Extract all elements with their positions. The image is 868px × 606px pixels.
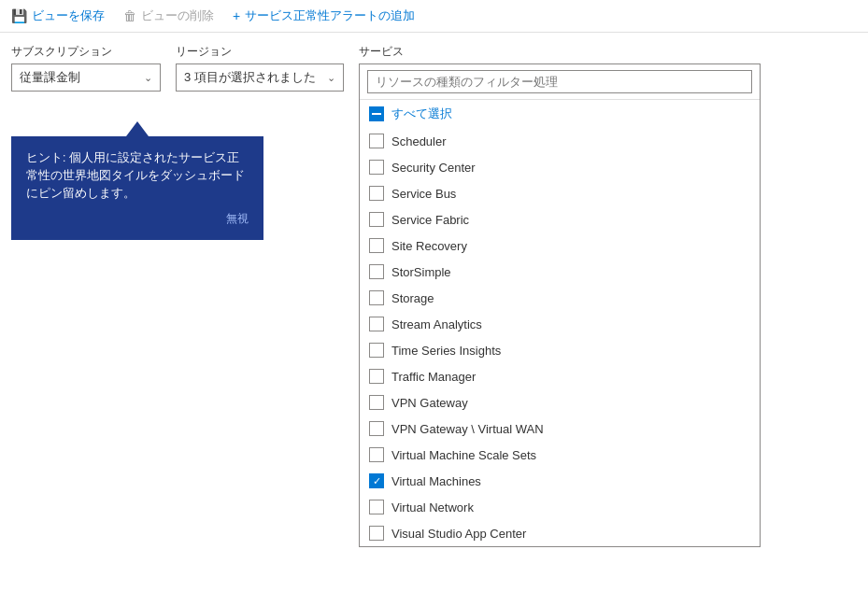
item-checkbox[interactable] — [369, 212, 384, 227]
select-all-item[interactable]: すべて選択 — [360, 100, 760, 128]
item-checkbox[interactable] — [369, 473, 384, 488]
region-label: リージョン — [176, 44, 344, 60]
chevron-down-icon: ⌄ — [144, 72, 152, 84]
list-item[interactable]: Scheduler — [360, 128, 760, 154]
service-dropdown-panel: すべて選択 SchedulerSecurity CenterService Bu… — [359, 63, 761, 547]
list-item[interactable]: Stream Analytics — [360, 311, 760, 337]
list-item[interactable]: VPN Gateway — [360, 389, 760, 416]
item-checkbox[interactable] — [369, 343, 384, 358]
item-label: Virtual Network — [391, 500, 474, 514]
item-checkbox[interactable] — [369, 395, 384, 410]
item-checkbox[interactable] — [369, 134, 384, 148]
chevron-down-icon: ⌄ — [327, 72, 335, 84]
item-label: VPN Gateway \ Virtual WAN — [391, 422, 544, 436]
item-checkbox[interactable] — [369, 186, 384, 201]
item-label: Scheduler — [391, 134, 447, 148]
add-alert-button[interactable]: + サービス正常性アラートの追加 — [233, 7, 415, 24]
subscription-filter: サブスクリプション 従量課金制 ⌄ — [11, 44, 161, 92]
filters-row: サブスクリプション 従量課金制 ⌄ リージョン 3 項目が選択されました ⌄ サ… — [0, 33, 868, 99]
item-checkbox[interactable] — [369, 447, 384, 462]
subscription-select[interactable]: 従量課金制 ⌄ — [11, 63, 161, 92]
list-item[interactable]: Virtual Machines — [360, 468, 760, 494]
item-label: Storage — [391, 291, 434, 305]
item-label: Service Bus — [391, 187, 456, 201]
item-label: Site Recovery — [391, 239, 467, 253]
delete-icon: 🗑 — [123, 8, 136, 23]
item-label: Traffic Manager — [391, 370, 476, 384]
list-item[interactable]: Time Series Insights — [360, 337, 760, 363]
list-item[interactable]: Traffic Manager — [360, 363, 760, 389]
service-filter: サービス Virtual Machines ⌃ すべて選択 Schedu — [359, 44, 761, 92]
list-item[interactable]: StorSimple — [360, 259, 760, 285]
list-item[interactable]: Virtual Machine Scale Sets — [360, 442, 760, 468]
save-icon: 💾 — [11, 8, 27, 23]
toolbar: 💾 ビューを保存 🗑 ビューの削除 + サービス正常性アラートの追加 — [0, 0, 868, 33]
item-label: Service Fabric — [391, 213, 469, 227]
item-label: Stream Analytics — [391, 317, 482, 331]
list-item[interactable]: Service Fabric — [360, 206, 760, 233]
item-checkbox[interactable] — [369, 160, 384, 175]
item-label: Visual Studio App Center — [391, 527, 526, 541]
list-item[interactable]: Visual Studio App Center — [360, 520, 760, 546]
region-select[interactable]: 3 項目が選択されました ⌄ — [176, 63, 344, 92]
region-filter: リージョン 3 項目が選択されました ⌄ — [176, 44, 344, 92]
hint-text: ヒント: 個人用に設定されたサービス正常性の世界地図タイルをダッシュボードにピン… — [26, 149, 249, 202]
search-input[interactable] — [367, 70, 752, 93]
delete-view-button[interactable]: 🗑 ビューの削除 — [123, 7, 214, 24]
item-checkbox[interactable] — [369, 421, 384, 436]
select-all-checkbox[interactable] — [369, 106, 384, 121]
item-label: Security Center — [391, 161, 476, 175]
list-item[interactable]: Storage — [360, 285, 760, 311]
list-item[interactable]: Service Bus — [360, 180, 760, 206]
list-item[interactable]: Virtual Network — [360, 494, 760, 520]
item-checkbox[interactable] — [369, 238, 384, 253]
hint-box: ヒント: 個人用に設定されたサービス正常性の世界地図タイルをダッシュボードにピン… — [11, 136, 263, 240]
item-label: Time Series Insights — [391, 344, 501, 358]
select-all-label: すべて選択 — [391, 106, 452, 122]
service-label: サービス — [359, 44, 761, 60]
item-checkbox[interactable] — [369, 290, 384, 305]
save-view-button[interactable]: 💾 ビューを保存 — [11, 7, 105, 24]
list-item[interactable]: Site Recovery — [360, 233, 760, 259]
item-checkbox[interactable] — [369, 317, 384, 331]
service-list: すべて選択 SchedulerSecurity CenterService Bu… — [360, 100, 760, 546]
item-checkbox[interactable] — [369, 500, 384, 514]
add-icon: + — [233, 8, 240, 23]
list-item[interactable]: Security Center — [360, 154, 760, 180]
list-item[interactable]: VPN Gateway \ Virtual WAN — [360, 416, 760, 442]
search-container — [360, 64, 760, 100]
item-label: VPN Gateway — [391, 396, 468, 410]
service-dropdown-wrapper: Virtual Machines ⌃ すべて選択 SchedulerSecuri… — [359, 63, 761, 92]
item-label: Virtual Machines — [391, 474, 481, 488]
item-checkbox[interactable] — [369, 526, 384, 541]
item-label: Virtual Machine Scale Sets — [391, 448, 536, 462]
hint-ignore-button[interactable]: 無視 — [26, 211, 249, 227]
item-checkbox[interactable] — [369, 264, 384, 279]
item-checkbox[interactable] — [369, 369, 384, 384]
item-label: StorSimple — [391, 265, 451, 279]
subscription-label: サブスクリプション — [11, 44, 161, 60]
